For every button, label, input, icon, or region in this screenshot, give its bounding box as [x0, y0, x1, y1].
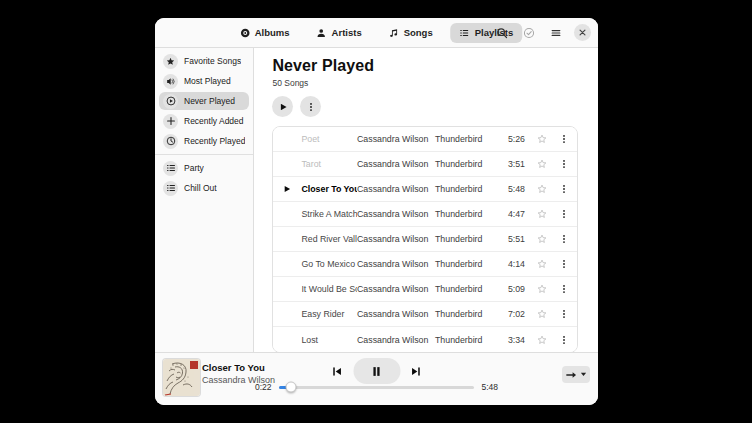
song-duration: 5:09	[499, 284, 525, 294]
song-row[interactable]: Red River Valley Cassandra Wilson Thunde…	[273, 227, 577, 252]
favorite-star-icon[interactable]	[533, 159, 551, 169]
playlist-menu-button[interactable]	[300, 96, 321, 117]
song-duration: 3:34	[499, 335, 525, 345]
song-title: Poet	[301, 134, 357, 144]
view-switcher: Albums Artists Songs Playlists	[231, 23, 523, 43]
select-mode-button[interactable]	[520, 24, 538, 42]
sidebar-item-recently-added[interactable]: Recently Added	[159, 112, 249, 130]
headerbar: Albums Artists Songs Playlists	[155, 18, 598, 48]
song-artist: Cassandra Wilson	[357, 234, 435, 244]
album-art	[163, 359, 200, 396]
song-title: Closer To You	[301, 184, 357, 194]
sidebar-item-chill-out[interactable]: Chill Out	[159, 179, 249, 197]
favorite-star-icon[interactable]	[533, 284, 551, 294]
favorite-star-icon[interactable]	[533, 259, 551, 269]
now-playing-indicator-icon	[283, 185, 291, 193]
song-row[interactable]: Easy Rider Cassandra Wilson Thunderbird …	[273, 302, 577, 327]
song-artist: Cassandra Wilson	[357, 134, 435, 144]
playlist-icon	[163, 161, 178, 176]
playlist-icon	[460, 28, 470, 38]
song-row[interactable]: Closer To You Cassandra Wilson Thunderbi…	[273, 177, 577, 202]
favorite-star-icon[interactable]	[533, 184, 551, 194]
song-menu-button[interactable]	[551, 183, 577, 195]
playlist-icon	[163, 181, 178, 196]
search-icon	[496, 27, 508, 39]
tab-artists[interactable]: Artists	[308, 23, 371, 43]
sidebar-item-never-played[interactable]: Never Played	[159, 92, 249, 110]
favorite-star-icon[interactable]	[533, 209, 551, 219]
favorite-star-icon[interactable]	[533, 309, 551, 319]
song-album: Thunderbird	[435, 335, 499, 345]
song-menu-button[interactable]	[551, 308, 577, 320]
favorite-star-icon[interactable]	[533, 234, 551, 244]
song-duration: 5:48	[499, 184, 525, 194]
song-title: Red River Valley	[301, 234, 357, 244]
sidebar-item-party[interactable]: Party	[159, 159, 249, 177]
playlist-view: Never Played 50 Songs Poet Cassandra Wil…	[254, 48, 598, 352]
song-row[interactable]: Strike A Match Cassandra Wilson Thunderb…	[273, 202, 577, 227]
pause-button[interactable]	[353, 358, 400, 384]
speaker-icon	[163, 74, 178, 89]
song-album: Thunderbird	[435, 159, 499, 169]
song-menu-button[interactable]	[551, 158, 577, 170]
song-album: Thunderbird	[435, 309, 499, 319]
star-icon	[163, 54, 178, 69]
disc-icon	[240, 28, 250, 38]
song-menu-button[interactable]	[551, 133, 577, 145]
play-in-order-icon	[565, 370, 578, 380]
song-duration: 5:51	[499, 234, 525, 244]
song-row[interactable]: Lost Cassandra Wilson Thunderbird 3:34	[273, 327, 577, 352]
song-list: Poet Cassandra Wilson Thunderbird 5:26 T…	[272, 126, 578, 352]
sidebar-item-label: Never Played	[184, 96, 235, 106]
song-album: Thunderbird	[435, 134, 499, 144]
song-row[interactable]: Go To Mexico Cassandra Wilson Thunderbir…	[273, 252, 577, 277]
song-count: 50 Songs	[272, 78, 578, 88]
close-window-button[interactable]	[574, 24, 591, 41]
never-played-icon	[163, 94, 178, 109]
song-row[interactable]: Poet Cassandra Wilson Thunderbird 5:26	[273, 127, 577, 152]
primary-menu-button[interactable]	[547, 24, 565, 42]
song-menu-button[interactable]	[551, 258, 577, 270]
song-menu-button[interactable]	[551, 208, 577, 220]
music-note-icon	[389, 28, 399, 38]
playlist-actions	[272, 96, 578, 117]
sidebar-item-most-played[interactable]: Most Played	[159, 72, 249, 90]
close-icon	[578, 28, 587, 37]
song-menu-button[interactable]	[551, 283, 577, 295]
song-menu-button[interactable]	[551, 334, 577, 346]
sidebar-item-label: Recently Played	[184, 136, 245, 146]
favorite-star-icon[interactable]	[533, 335, 551, 345]
sidebar-separator	[155, 154, 253, 155]
song-row[interactable]: It Would Be So Easy Cassandra Wilson Thu…	[273, 277, 577, 302]
skip-next-icon	[411, 366, 422, 377]
play-playlist-button[interactable]	[272, 96, 293, 117]
song-artist: Cassandra Wilson	[357, 184, 435, 194]
now-playing-title: Closer To You	[202, 362, 275, 373]
seek-handle[interactable]	[285, 382, 296, 393]
song-title: Tarot	[301, 159, 357, 169]
favorite-star-icon[interactable]	[533, 134, 551, 144]
album-art-image	[163, 359, 200, 396]
sidebar-item-recently-played[interactable]: Recently Played	[159, 132, 249, 150]
pause-icon	[371, 365, 383, 378]
sidebar-item-label: Most Played	[184, 76, 231, 86]
hamburger-menu-icon	[550, 27, 562, 39]
tab-albums[interactable]: Albums	[231, 23, 299, 43]
song-menu-button[interactable]	[551, 233, 577, 245]
repeat-mode-button[interactable]	[562, 366, 590, 383]
song-title: Lost	[301, 335, 357, 345]
search-button[interactable]	[493, 24, 511, 42]
sidebar-item-label: Party	[184, 163, 204, 173]
skip-prev-icon	[332, 366, 343, 377]
previous-button[interactable]	[330, 364, 344, 378]
tab-label: Songs	[404, 27, 433, 38]
song-album: Thunderbird	[435, 259, 499, 269]
playlists-sidebar: Favorite Songs Most Played Never Played …	[155, 48, 254, 352]
next-button[interactable]	[409, 364, 423, 378]
progress-row: 0:22 5:48	[255, 382, 498, 392]
headerbar-actions	[493, 18, 591, 47]
sidebar-item-favorite-songs[interactable]: Favorite Songs	[159, 52, 249, 70]
tab-songs[interactable]: Songs	[380, 23, 442, 43]
seek-slider[interactable]	[279, 386, 475, 389]
song-row[interactable]: Tarot Cassandra Wilson Thunderbird 3:51	[273, 152, 577, 177]
